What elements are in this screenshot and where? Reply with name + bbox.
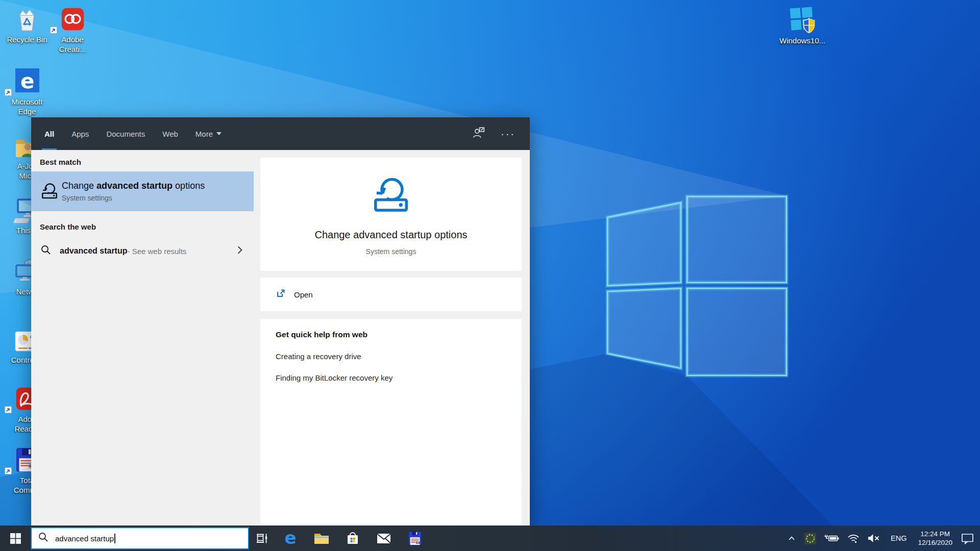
windows-desktop: Recycle Bin Adobe Creati... e Microsoft — [0, 0, 980, 551]
taskbar-edge-button[interactable]: e — [275, 525, 306, 551]
language-indicator[interactable]: ENG — [885, 534, 913, 542]
open-external-icon — [276, 288, 286, 300]
adobe-cc-icon — [48, 4, 97, 34]
shortcut-arrow-icon — [5, 89, 12, 96]
result-subtitle: System settings — [62, 194, 205, 202]
battery-icon[interactable] — [820, 525, 843, 551]
svg-text:e: e — [284, 529, 296, 547]
tray-show-hidden-icons[interactable] — [783, 525, 800, 551]
text-cursor — [114, 534, 115, 543]
desktop-icon-label: Microsoft Edge — [3, 97, 52, 117]
desktop-icon-label: Windows10... — [778, 36, 827, 46]
advanced-startup-large-icon — [369, 171, 413, 218]
desktop-icon-microsoft-edge[interactable]: e Microsoft Edge — [3, 66, 52, 117]
desktop-icon-windows10-setup[interactable]: Windows10... — [778, 5, 827, 46]
taskbar-file-explorer-button[interactable] — [306, 525, 337, 551]
preview-subtitle: System settings — [366, 247, 416, 256]
svg-text:e: e — [20, 69, 34, 93]
search-web-section-label: Search the web — [31, 211, 254, 236]
best-match-result[interactable]: Change advanced startup options System s… — [31, 171, 254, 211]
desktop-icon-adobe-cc[interactable]: Adobe Creati... — [48, 4, 97, 55]
tray-app-icon[interactable] — [800, 525, 820, 551]
search-flyout: All Apps Documents Web More ··· — [31, 117, 530, 525]
search-icon — [38, 532, 49, 545]
desktop-icon-recycle-bin[interactable]: Recycle Bin — [3, 4, 52, 45]
tab-more[interactable]: More — [195, 117, 222, 150]
clock-time: 12:24 PM — [918, 530, 952, 538]
preview-card: Change advanced startup options System s… — [260, 158, 522, 271]
task-view-button[interactable] — [249, 525, 275, 551]
search-results-list: Best match Change advanced startup optio… — [31, 150, 254, 525]
taskbar: advanced startup e — [0, 525, 980, 551]
taskbar-total-commander-button[interactable]: 64 — [399, 525, 430, 551]
taskbar-mail-button[interactable] — [368, 525, 399, 551]
chevron-down-icon — [216, 132, 222, 135]
shortcut-arrow-icon — [5, 406, 12, 413]
tab-apps[interactable]: Apps — [71, 117, 89, 150]
recycle-bin-icon — [3, 4, 52, 34]
search-filter-bar: All Apps Documents Web More ··· — [31, 117, 530, 150]
quick-help-item[interactable]: Creating a recovery drive — [276, 352, 522, 361]
tab-documents[interactable]: Documents — [106, 117, 145, 150]
windows10-setup-icon — [778, 5, 827, 35]
preview-title: Change advanced startup options — [314, 229, 467, 241]
user-account-icon[interactable] — [472, 126, 485, 141]
search-input-value: advanced startup — [55, 534, 114, 543]
quick-help-section: Get quick help from web Creating a recov… — [260, 319, 522, 525]
volume-muted-icon[interactable] — [864, 525, 885, 551]
wifi-icon[interactable] — [843, 525, 864, 551]
quick-help-header: Get quick help from web — [276, 330, 522, 339]
chevron-right-icon[interactable] — [235, 245, 244, 257]
system-tray: ENG 12:24 PM 12/16/2020 — [783, 525, 980, 551]
result-title: Change advanced startup options — [62, 181, 205, 191]
shortcut-arrow-icon — [5, 467, 12, 474]
edge-icon: e — [3, 66, 52, 96]
action-center-icon[interactable] — [958, 525, 980, 551]
open-action[interactable]: Open — [260, 278, 522, 311]
desktop-icon-label: Recycle Bin — [3, 35, 52, 45]
search-icon — [40, 244, 52, 258]
search-preview-pane: Change advanced startup options System s… — [254, 150, 530, 525]
tab-web[interactable]: Web — [162, 117, 178, 150]
start-button[interactable] — [0, 525, 31, 551]
advanced-startup-icon — [39, 180, 62, 203]
shortcut-arrow-icon — [50, 27, 57, 34]
more-options-icon[interactable]: ··· — [501, 129, 516, 139]
web-search-result[interactable]: advanced startup - See web results — [31, 238, 254, 264]
svg-text:64: 64 — [415, 541, 420, 544]
taskbar-search-box[interactable]: advanced startup — [31, 527, 249, 549]
clock[interactable]: 12:24 PM 12/16/2020 — [913, 530, 958, 547]
quick-help-item[interactable]: Finding my BitLocker recovery key — [276, 373, 522, 382]
best-match-section-label: Best match — [31, 150, 254, 171]
desktop-icon-label: Adobe Creati... — [48, 35, 97, 55]
taskbar-store-button[interactable] — [337, 525, 368, 551]
search-tabs: All Apps Documents Web More — [44, 117, 222, 150]
tab-all[interactable]: All — [44, 117, 54, 150]
clock-date: 12/16/2020 — [918, 538, 952, 547]
